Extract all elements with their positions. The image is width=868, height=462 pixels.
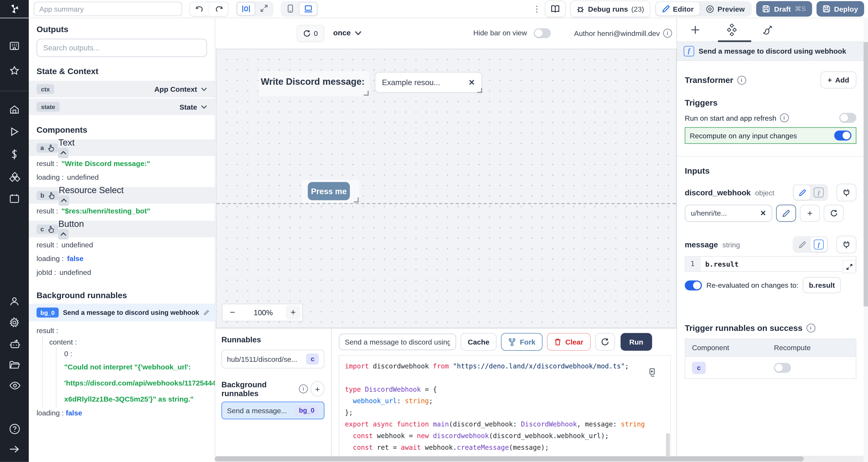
resource-select-component[interactable]: Example resou... ✕ [375,72,482,93]
help-icon[interactable] [9,423,20,434]
clear-resource-icon[interactable]: ✕ [760,209,766,217]
state-row[interactable]: state State [29,98,215,115]
eval-mode-button[interactable]: f [810,237,827,252]
schedule-dropdown[interactable]: once [333,25,361,41]
clear-button[interactable]: Clear [547,333,591,351]
bg0-runnable-item-selected[interactable]: Send a message... bg_0 [221,402,324,419]
component-c-badge[interactable]: c [37,224,59,234]
message-expression-editor[interactable]: 1 b.result [685,256,856,272]
tab-editor[interactable]: Editor [656,2,700,15]
page-scrollbar[interactable] [864,18,868,462]
output-row[interactable]: jobId :undefined [29,265,215,279]
ctx-row[interactable]: ctx App Context [29,81,215,97]
create-resource-button[interactable]: + [800,205,820,222]
collapse-component-c[interactable] [58,229,69,239]
mobile-view-toggle[interactable] [282,2,299,14]
draft-button[interactable]: Draft ⌘S [756,1,812,16]
cache-button[interactable]: Cache [461,333,496,351]
chevron-down-icon[interactable] [201,105,207,109]
output-row[interactable]: loading :false [29,252,215,266]
info-icon[interactable]: i [663,29,672,38]
add-transformer-button[interactable]: + Add [820,71,856,88]
resource-value-field[interactable]: u/henri/te... ✕ [685,205,772,222]
output-row[interactable]: loading :undefined [29,170,215,187]
info-icon[interactable]: i [299,385,308,393]
resources-icon[interactable] [9,171,20,183]
add-background-runnable-button[interactable]: + [311,381,324,397]
tree-key[interactable]: 0 : [64,348,207,360]
tab-settings[interactable] [726,24,738,36]
component-a-badge[interactable]: a [37,143,59,153]
home-icon[interactable] [9,104,20,115]
search-outputs-input[interactable] [37,39,207,57]
code-scrollbar[interactable] [666,433,670,456]
reload-code-button[interactable] [595,333,615,351]
hide-bar-toggle[interactable] [534,28,551,38]
connect-plug-button[interactable] [836,184,856,201]
reeval-dependency-chip[interactable]: b.result [803,277,841,293]
audit-eye-icon[interactable] [9,381,20,392]
output-row[interactable]: result :"$res:u/henri/testing_bot" [29,204,215,220]
variables-icon[interactable] [9,149,20,160]
app-canvas[interactable]: Write Discord message: Example resou... … [216,48,676,328]
copy-icon[interactable] [648,368,656,377]
tab-theme[interactable] [761,24,773,36]
recompute-toggle[interactable] [834,131,851,140]
collapse-component-a[interactable] [58,147,69,158]
runnable-name-input[interactable] [339,333,456,350]
chevron-down-icon[interactable] [201,87,207,91]
workspace-icon[interactable] [9,40,20,52]
fork-button[interactable]: Fork [501,333,542,351]
settings-gear-icon[interactable] [9,317,20,328]
deploy-button[interactable]: Deploy [816,1,864,16]
static-mode-button[interactable] [794,185,810,200]
windmill-logo[interactable] [0,0,29,18]
horizontal-scrollbar[interactable] [215,456,868,462]
bg0-output-row[interactable]: bg_0 Send a message to discord using web… [29,304,215,322]
edit-pencil-icon[interactable] [204,310,209,316]
tree-key[interactable]: content : [49,336,207,348]
output-row[interactable]: result :"Write Discord message:" [29,157,215,170]
workers-robot-icon[interactable] [9,339,20,350]
fullscreen-toggle[interactable] [255,2,272,14]
resize-handle[interactable] [477,88,482,93]
info-icon[interactable]: i [780,113,788,122]
folders-icon[interactable] [9,360,20,371]
undo-button[interactable] [190,2,209,16]
collapse-rail-icon[interactable] [9,445,20,456]
zoom-out-button[interactable]: − [224,307,241,318]
run-button[interactable]: Run [620,333,652,351]
component-b-badge[interactable]: b [37,191,59,200]
tab-preview[interactable]: Preview [700,2,751,15]
hub-runnable-item[interactable]: hub/1511/discord/se... c [221,350,324,368]
component-b-header[interactable]: b Resource Select [29,187,215,204]
component-a-header[interactable]: a Text [29,139,215,156]
users-icon[interactable] [9,296,20,307]
redo-button[interactable] [209,2,228,16]
info-icon[interactable]: i [737,75,746,84]
edit-resource-button[interactable] [776,205,796,222]
expand-editor-icon[interactable] [842,260,856,273]
eval-mode-button[interactable]: f [810,185,827,200]
reevaluate-toggle[interactable] [685,280,702,290]
resize-handle[interactable] [354,198,359,203]
tree-key[interactable]: result : [37,325,207,336]
tab-insert[interactable] [689,24,702,36]
zoom-in-button[interactable]: + [286,305,301,320]
button-component-cell[interactable]: Press me [302,180,360,203]
run-on-start-toggle[interactable] [839,113,856,123]
more-menu-button[interactable]: ⋮ [533,4,540,14]
debug-runs-button[interactable]: Debug runs (23) [570,1,650,17]
scrollbar-thumb[interactable] [864,42,868,306]
schedules-icon[interactable] [9,193,20,204]
code-editor[interactable]: import discordwebhook from "https://deno… [339,355,671,456]
info-icon[interactable]: i [806,323,815,332]
center-align-toggle[interactable] [237,2,255,15]
component-c-header[interactable]: c Button [29,221,215,237]
docs-button[interactable] [545,1,566,17]
refresh-count-button[interactable]: 0 [297,25,324,42]
recompute-row-toggle[interactable] [774,363,791,373]
press-me-button[interactable]: Press me [308,182,350,200]
static-mode-button[interactable] [794,237,810,252]
clear-selection-icon[interactable]: ✕ [469,78,475,87]
